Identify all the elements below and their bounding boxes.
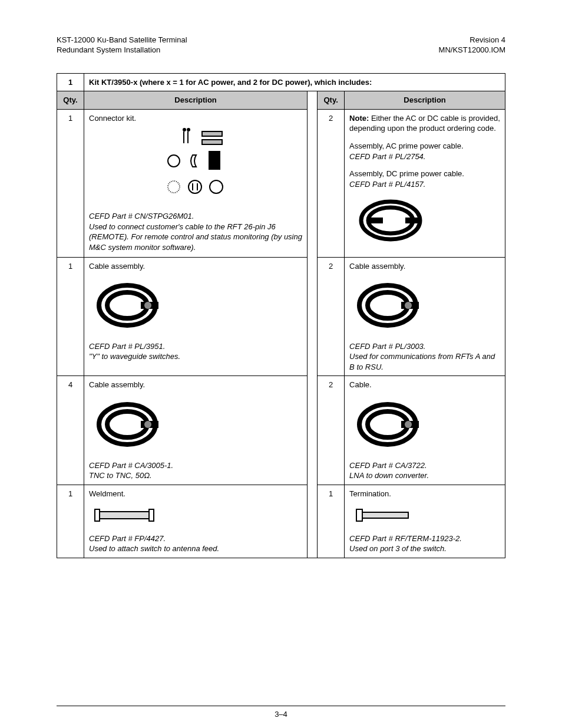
document-page: KST-12000 Ku-Band Satellite Terminal Red…: [0, 0, 562, 728]
cable-coil-icon: [349, 395, 500, 457]
table-row: 1 Cable assembly. CEFD Part # PL/3951. "…: [57, 257, 505, 376]
svg-point-34: [405, 421, 412, 428]
item-title: Termination.: [349, 489, 500, 499]
qty-cell: 1: [57, 485, 84, 558]
connector-kit-icon: [89, 128, 302, 207]
svg-rect-17: [405, 218, 422, 223]
item-part: CEFD Part # PL/3951.: [89, 341, 302, 352]
item-note: Used to connect customer's cable to the …: [89, 222, 302, 253]
qty-cell: 1: [318, 485, 345, 558]
item-title: Cable assembly.: [349, 261, 500, 272]
item-part: CEFD Part # CA/3005-1.: [89, 460, 302, 471]
kit-number: 1: [57, 73, 84, 91]
item-note: Used for communications from RFTs A and …: [349, 351, 500, 372]
page-number: 3–4: [57, 706, 505, 719]
col-desc-left: Description: [84, 91, 308, 110]
svg-rect-39: [356, 509, 362, 521]
item-note: "Y" to waveguide switches.: [89, 351, 302, 362]
svg-point-6: [168, 155, 180, 167]
qty-cell: 4: [57, 376, 84, 485]
qty-cell: 2: [318, 376, 345, 485]
table-row: 1 Connector kit.: [57, 109, 505, 257]
svg-rect-38: [361, 512, 408, 518]
qty-cell: 2: [318, 109, 345, 257]
weldment-icon: [89, 503, 302, 530]
header-product-line2: Redundant System Installation: [57, 45, 187, 55]
item-note: TNC to TNC, 50Ω.: [89, 470, 302, 481]
header-revision: Revision 4: [439, 35, 505, 45]
item-part: CEFD Part # PL/3003.: [349, 341, 500, 352]
item-part: CEFD Part # RF/TERM-11923-2.: [349, 533, 500, 544]
kit-title: Kit KT/3950-x (where x = 1 for AC power,…: [84, 73, 505, 91]
svg-point-2: [183, 129, 186, 131]
svg-point-30: [144, 421, 151, 428]
svg-rect-36: [95, 509, 100, 521]
svg-rect-37: [149, 509, 154, 521]
termination-icon: [349, 503, 500, 530]
cable-coil-icon: [89, 276, 302, 338]
item-part: CEFD Part # CN/STPG26M01.: [89, 211, 302, 222]
qty-cell: 2: [318, 257, 345, 376]
svg-rect-5: [202, 140, 222, 144]
item-title: Weldment.: [89, 489, 302, 499]
item-note: LNA to down converter.: [349, 470, 500, 481]
svg-point-22: [144, 302, 151, 309]
item-title: Cable.: [349, 380, 500, 390]
col-desc-right: Description: [345, 91, 505, 110]
col-qty-right: Qty.: [318, 91, 345, 110]
dc-assembly-line: Assembly, DC prime power cable.: [349, 169, 500, 179]
dc-part: CEFD Part # PL/4157.: [349, 179, 500, 190]
item-part: CEFD Part # CA/3722.: [349, 460, 500, 471]
svg-point-14: [210, 180, 223, 193]
svg-point-10: [168, 181, 180, 193]
item-note: Used on port 3 of the switch.: [349, 543, 500, 554]
svg-rect-18: [370, 218, 383, 223]
svg-rect-4: [202, 131, 222, 136]
svg-rect-9: [209, 151, 220, 155]
table-row: 1 Weldment. CEFD Part # FP/4427. Used to…: [57, 485, 505, 558]
table-spacer: [308, 91, 318, 558]
table-row: 4 Cable assembly. CEFD Part # CA/3005-1.…: [57, 376, 505, 485]
qty-cell: 1: [57, 257, 84, 376]
svg-point-11: [189, 180, 201, 193]
item-note: Used to attach switch to antenna feed.: [89, 543, 302, 554]
cable-coil-icon: [349, 276, 500, 338]
svg-point-26: [405, 302, 412, 309]
item-title: Cable assembly.: [89, 380, 302, 390]
qty-cell: 1: [57, 109, 84, 257]
svg-rect-8: [215, 154, 220, 169]
header-docnum: MN/KST12000.IOM: [439, 45, 505, 55]
svg-rect-7: [209, 154, 214, 169]
svg-rect-35: [98, 512, 150, 519]
svg-point-3: [187, 129, 190, 131]
page-header: KST-12000 Ku-Band Satellite Terminal Red…: [57, 35, 505, 55]
kit-table: 1 Kit KT/3950-x (where x = 1 for AC powe…: [57, 73, 505, 558]
item-note-line: Note: Either the AC or DC cable is provi…: [349, 113, 500, 134]
ac-part: CEFD Part # PL/2754.: [349, 151, 500, 162]
item-part: CEFD Part # FP/4427.: [89, 533, 302, 544]
item-title: Connector kit.: [89, 113, 302, 124]
note-label: Note:: [349, 114, 369, 123]
ac-assembly-line: Assembly, AC prime power cable.: [349, 141, 500, 151]
cable-coil-icon: [89, 395, 302, 457]
item-title: Cable assembly.: [89, 261, 302, 272]
col-qty-left: Qty.: [57, 91, 84, 110]
header-product-line1: KST-12000 Ku-Band Satellite Terminal: [57, 35, 187, 45]
cable-coil-icon: [349, 194, 500, 250]
note-text: Either the AC or DC cable is provided, d…: [349, 114, 500, 133]
